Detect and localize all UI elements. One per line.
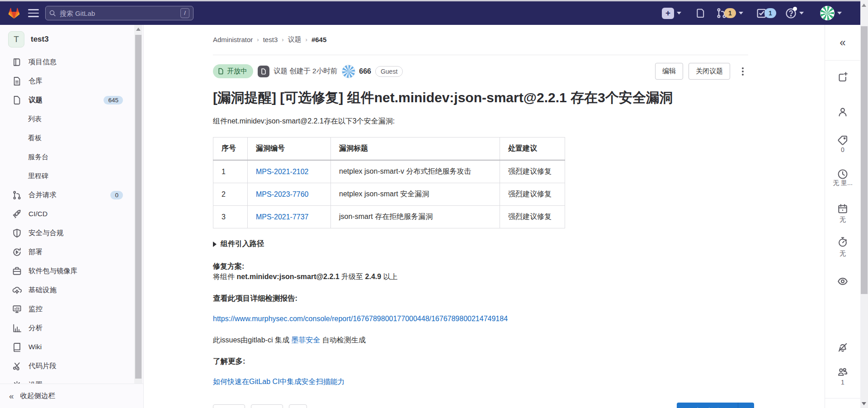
sidebar-item-settings[interactable]: 设置 bbox=[0, 375, 135, 384]
sidebar-item-wiki[interactable]: Wiki bbox=[0, 337, 135, 356]
mr-dropdown-caret[interactable] bbox=[738, 403, 754, 408]
sidebar-item-repository[interactable]: 仓库 bbox=[0, 71, 135, 90]
merge-requests-button[interactable]: 1 bbox=[716, 1, 743, 25]
sidebar-item-issue-list[interactable]: 列表 bbox=[0, 109, 135, 128]
breadcrumb-administrator[interactable]: Administrator bbox=[213, 36, 253, 43]
deploy-cycle-icon bbox=[12, 247, 22, 257]
author-avatar[interactable] bbox=[342, 65, 355, 78]
sidebar-item-service-desk[interactable]: 服务台 bbox=[0, 147, 135, 166]
due-date-button[interactable] bbox=[825, 204, 860, 216]
todos-button[interactable]: 1 bbox=[756, 1, 776, 25]
close-issue-button[interactable]: 关闭议题 bbox=[689, 63, 730, 80]
generated-note: 此issues由gitlab-ci 集成 墨菲安全 自动检测生成 bbox=[213, 335, 748, 345]
sidebar-item-milestones[interactable]: 里程碑 bbox=[0, 166, 135, 185]
vuln-link[interactable]: MPS-2021-7737 bbox=[256, 213, 309, 221]
author-name[interactable]: 666 bbox=[359, 67, 371, 76]
user-menu-button[interactable] bbox=[820, 1, 842, 25]
mr-count-badge: 0 bbox=[110, 191, 123, 199]
project-header[interactable]: T test3 bbox=[8, 31, 49, 47]
assignee-button[interactable] bbox=[825, 107, 860, 119]
page-scrollbar-thumb[interactable] bbox=[861, 26, 868, 294]
global-search[interactable]: / bbox=[45, 6, 193, 20]
vuln-link[interactable]: MPS-2023-7760 bbox=[256, 190, 309, 198]
sidebar-item-snippets[interactable]: 代码片段 bbox=[0, 356, 135, 375]
plus-icon: + bbox=[662, 8, 674, 19]
project-name: test3 bbox=[31, 35, 49, 44]
help-menu-button[interactable] bbox=[785, 1, 804, 25]
issues-icon bbox=[12, 95, 22, 105]
learn-more-link[interactable]: 如何快速在GitLab CI中集成安全扫描能力 bbox=[213, 378, 345, 385]
chevrons-left-icon: « bbox=[9, 391, 14, 401]
scroll-down-arrow-icon[interactable] bbox=[862, 402, 866, 405]
issues-icon bbox=[696, 8, 706, 18]
award-emoji-row bbox=[213, 404, 748, 408]
sidebar-item-monitor[interactable]: 监控 bbox=[0, 299, 135, 318]
more-actions-icon[interactable] bbox=[737, 64, 748, 79]
gitlab-logo-icon[interactable] bbox=[8, 7, 20, 19]
sidebar-item-merge-requests[interactable]: 合并请求 0 bbox=[0, 185, 135, 204]
issues-shortcut-button[interactable] bbox=[696, 1, 706, 25]
add-todo-button[interactable] bbox=[825, 71, 860, 84]
component-path-toggle[interactable]: 组件引入路径 bbox=[213, 239, 748, 249]
issue-intro: 组件net.minidev:json-smart@2.2.1存在以下3个安全漏洞… bbox=[213, 116, 748, 126]
merge-request-icon bbox=[12, 190, 22, 200]
breadcrumb-current: #645 bbox=[311, 36, 326, 43]
sidebar-item-infrastructure[interactable]: 基础设施 bbox=[0, 280, 135, 299]
participants-count: 1 bbox=[825, 379, 860, 386]
issue-title: [漏洞提醒] [可选修复] 组件net.minidev:json-smart@2… bbox=[213, 89, 748, 106]
table-row: 2 MPS-2023-7760 netplex json-smart 安全漏洞 … bbox=[213, 183, 565, 206]
table-header-row: 序号 漏洞编号 漏洞标题 处置建议 bbox=[213, 138, 565, 161]
learn-more-label: 了解更多: bbox=[213, 356, 748, 366]
breadcrumb-project[interactable]: test3 bbox=[263, 36, 278, 43]
notification-dot bbox=[793, 7, 797, 11]
search-input[interactable] bbox=[60, 9, 180, 17]
sidebar-item-cicd[interactable]: CI/CD bbox=[0, 204, 135, 223]
sidebar-item-issues[interactable]: 议题 645 bbox=[0, 90, 135, 109]
rocket-icon bbox=[12, 209, 22, 219]
page-scrollbar[interactable] bbox=[860, 0, 868, 408]
participants-button[interactable] bbox=[825, 367, 860, 380]
monitor-icon bbox=[12, 304, 22, 314]
add-reaction-button[interactable] bbox=[289, 404, 307, 408]
fix-plan-label: 修复方案: bbox=[213, 261, 748, 271]
edit-button[interactable]: 编辑 bbox=[655, 63, 683, 80]
bullhorn-icon bbox=[12, 57, 22, 67]
issues-count-badge: 645 bbox=[104, 96, 123, 104]
expand-sidebar-button[interactable]: « bbox=[825, 25, 860, 61]
collapse-sidebar-label: 收起侧边栏 bbox=[20, 391, 56, 401]
scroll-up-arrow-icon[interactable] bbox=[136, 28, 141, 31]
sidebar-item-analytics[interactable]: 分析 bbox=[0, 318, 135, 337]
document-icon bbox=[12, 76, 22, 86]
sidebar-item-deployments[interactable]: 部署 bbox=[0, 242, 135, 261]
hamburger-menu-icon[interactable] bbox=[28, 9, 39, 17]
collapse-sidebar-button[interactable]: « 收起侧边栏 bbox=[0, 384, 143, 408]
confidentiality-button[interactable] bbox=[825, 276, 860, 289]
sidebar-item-security[interactable]: 安全与合规 bbox=[0, 223, 135, 242]
create-merge-request-button[interactable]: 创建合并请求 bbox=[677, 403, 754, 408]
sidebar-scrollbar-thumb[interactable] bbox=[135, 35, 142, 379]
breadcrumb-issues[interactable]: 议题 bbox=[288, 35, 302, 44]
report-label: 查看此项目详细检测报告: bbox=[213, 293, 748, 303]
issue-right-sidebar: « 0 无 里... 无 无 1 bbox=[825, 25, 860, 408]
scroll-up-arrow-icon[interactable] bbox=[862, 4, 866, 7]
sidebar-nav-list: 项目信息 仓库 议题 645 列表 看板 服务台 里程碑 合并请求 0 CI/C… bbox=[0, 52, 135, 384]
report-link[interactable]: https://www.murphysec.com/console/report… bbox=[213, 315, 508, 323]
time-tracking-button[interactable] bbox=[825, 237, 860, 249]
sidebar-item-boards[interactable]: 看板 bbox=[0, 128, 135, 147]
rail-divider bbox=[825, 398, 860, 399]
issue-open-icon bbox=[217, 68, 224, 75]
notifications-muted-button[interactable] bbox=[825, 342, 860, 355]
murphysec-link[interactable]: 墨菲安全 bbox=[291, 336, 320, 344]
labels-button[interactable] bbox=[825, 135, 860, 147]
sidebar-scrollbar[interactable] bbox=[134, 25, 142, 384]
gear-icon bbox=[12, 380, 22, 384]
sidebar-item-project-info[interactable]: 项目信息 bbox=[0, 52, 135, 71]
thumbs-down-button[interactable] bbox=[251, 404, 283, 408]
new-menu-button[interactable]: + bbox=[662, 1, 681, 25]
table-row: 3 MPS-2021-7737 json-smart 存在拒绝服务漏洞 强烈建议… bbox=[213, 206, 565, 228]
vuln-link[interactable]: MPS-2021-2102 bbox=[256, 168, 309, 176]
status-badge: 开放中 bbox=[213, 64, 253, 78]
issue-page: Administrator› test3› 议题› #645 开放中 议题 创建… bbox=[144, 25, 824, 408]
thumbs-up-button[interactable] bbox=[213, 404, 245, 408]
sidebar-item-packages[interactable]: 软件包与镜像库 bbox=[0, 261, 135, 280]
